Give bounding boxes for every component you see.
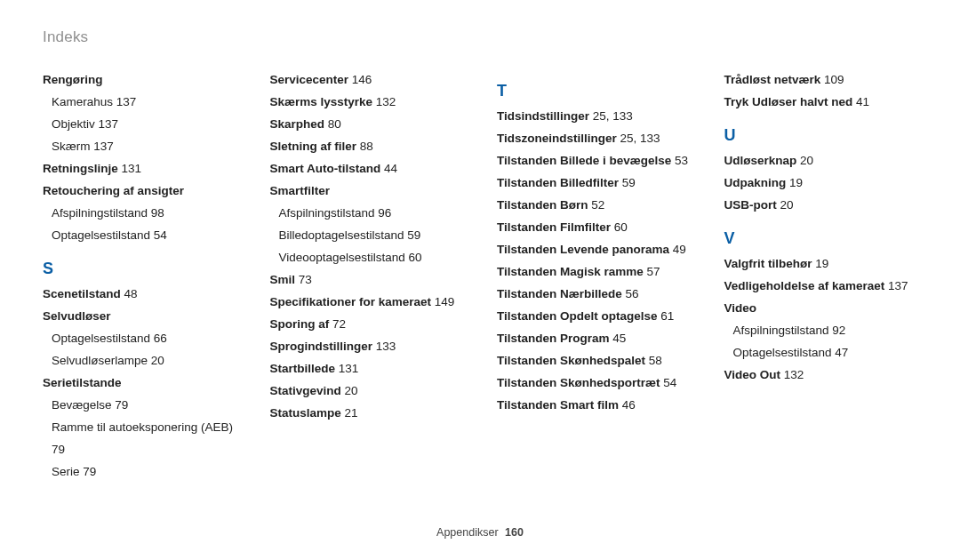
index-subentry[interactable]: Serie 79 (43, 461, 236, 484)
index-heading: Rengøring (43, 69, 236, 92)
index-entry[interactable]: Smil 73 (270, 269, 464, 292)
page-ref: 137 (93, 140, 114, 153)
index-entry[interactable]: Skærms lysstyrke 132 (270, 92, 464, 114)
page-ref: 109 (824, 73, 844, 86)
footer-page-number: 160 (501, 526, 524, 539)
page-ref: 56 (626, 287, 639, 300)
index-entry[interactable]: Tidszoneindstillinger 25, 133 (497, 128, 691, 150)
column-3: TTidsindstillinger 25, 133Tidszoneindsti… (497, 69, 691, 484)
index-entry[interactable]: Tilstanden Opdelt optagelse 61 (497, 306, 691, 328)
index-subentry[interactable]: Billedoptagelsestilstand 59 (270, 225, 464, 247)
index-entry[interactable]: Tilstanden Magisk ramme 57 (497, 261, 691, 284)
index-entry[interactable]: Tilstanden Nærbillede 56 (497, 284, 691, 306)
index-subentry[interactable]: Optagelsestilstand 66 (43, 328, 236, 350)
index-entry[interactable]: Trådløst netværk 109 (724, 69, 918, 92)
page-ref: 137 (888, 279, 908, 292)
index-heading: Retouchering af ansigter (43, 180, 236, 203)
index-entry[interactable]: Retningslinje 131 (43, 158, 236, 180)
section-letter: S (43, 254, 236, 284)
index-subentry[interactable]: Skærm 137 (43, 136, 236, 158)
column-1: RengøringKamerahus 137Objektiv 137Skærm … (43, 69, 236, 484)
page-ref: 58 (649, 354, 662, 367)
index-entry[interactable]: USB-port 20 (724, 195, 918, 217)
index-subentry[interactable]: Afspilningstilstand 92 (724, 320, 918, 342)
index-subentry[interactable]: Ramme til autoeksponering (AEB) 79 (43, 417, 236, 461)
index-heading: Smartfilter (270, 180, 464, 203)
page-ref: 133 (376, 340, 396, 353)
index-entry[interactable]: Tilstanden Skønhedsportræt 54 (497, 372, 691, 395)
index-entry[interactable]: Servicecenter 146 (270, 69, 464, 92)
page-ref: 20 (780, 198, 794, 212)
index-entry[interactable]: Tilstanden Filmfilter 60 (497, 217, 691, 239)
index-entry[interactable]: Sletning af filer 88 (270, 136, 464, 158)
page-ref: 45 (612, 332, 626, 345)
page-ref: 19 (815, 257, 828, 270)
column-4: Trådløst netværk 109Tryk Udløser halvt n… (724, 69, 918, 484)
page-ref: 20 (151, 354, 164, 367)
page-ref: 146 (352, 73, 372, 86)
page-ref: 92 (832, 324, 845, 337)
page-ref: 53 (675, 154, 688, 167)
index-page: Indeks RengøringKamerahus 137Objektiv 13… (0, 0, 960, 560)
index-entry[interactable]: Tryk Udløser halvt ned 41 (724, 92, 918, 114)
index-entry[interactable]: Tilstanden Levende panorama 49 (497, 239, 691, 261)
index-subentry[interactable]: Kamerahus 137 (43, 92, 236, 114)
index-subentry[interactable]: Selvudløserlampe 20 (43, 350, 236, 372)
page-ref: 44 (384, 162, 397, 175)
index-heading: Video (724, 298, 918, 320)
index-entry[interactable]: Tilstanden Skønhedspalet 58 (497, 350, 691, 372)
page-ref: 61 (660, 309, 674, 323)
index-subentry[interactable]: Afspilningstilstand 98 (43, 203, 236, 225)
index-subentry[interactable]: Afspilningstilstand 96 (270, 203, 464, 225)
index-entry[interactable]: Tidsindstillinger 25, 133 (497, 106, 691, 128)
index-heading: Serietilstande (43, 372, 236, 395)
page-ref: 66 (154, 332, 167, 345)
index-entry[interactable]: Tilstanden Billede i bevægelse 53 (497, 150, 691, 172)
page-ref: 25, 133 (593, 109, 633, 123)
page-ref: 54 (154, 228, 167, 242)
index-entry[interactable]: Vedligeholdelse af kameraet 137 (724, 276, 918, 298)
page-ref: 132 (784, 368, 804, 381)
index-entry[interactable]: Udpakning 19 (724, 172, 918, 195)
page-ref: 96 (378, 206, 391, 220)
index-entry[interactable]: Tilstanden Program 45 (497, 328, 691, 350)
page-ref: 59 (407, 228, 420, 242)
index-entry[interactable]: Video Out 132 (724, 364, 918, 387)
page-ref: 41 (856, 95, 869, 108)
page-ref: 52 (591, 198, 604, 212)
section-letter: V (724, 224, 918, 253)
page-ref: 20 (800, 154, 813, 167)
index-entry[interactable]: Statuslampe 21 (270, 403, 464, 425)
page-ref: 131 (339, 362, 359, 375)
index-subentry[interactable]: Videooptagelsestilstand 60 (270, 247, 464, 269)
index-entry[interactable]: Smart Auto-tilstand 44 (270, 158, 464, 180)
index-entry[interactable]: Scenetilstand 48 (43, 284, 236, 306)
index-entry[interactable]: Skarphed 80 (270, 114, 464, 136)
index-entry[interactable]: Stativgevind 20 (270, 380, 464, 403)
index-entry[interactable]: Tilstanden Børn 52 (497, 195, 691, 217)
index-entry[interactable]: Udløserknap 20 (724, 150, 918, 172)
column-2: Servicecenter 146Skærms lysstyrke 132Ska… (270, 69, 464, 484)
index-subentry[interactable]: Bevægelse 79 (43, 395, 236, 417)
page-ref: 59 (622, 176, 636, 189)
section-letter: U (724, 121, 918, 150)
index-entry[interactable]: Valgfrit tilbehør 19 (724, 253, 918, 276)
page-ref: 149 (435, 295, 455, 308)
page-ref: 49 (673, 243, 686, 256)
index-entry[interactable]: Tilstanden Smart film 46 (497, 395, 691, 417)
index-subentry[interactable]: Objektiv 137 (43, 114, 236, 136)
index-subentry[interactable]: Optagelsestilstand 47 (724, 342, 918, 364)
page-ref: 79 (83, 465, 96, 478)
section-letter: T (497, 76, 691, 106)
index-entry[interactable]: Tilstanden Billedfilter 59 (497, 172, 691, 195)
page-ref: 60 (614, 220, 628, 234)
index-entry[interactable]: Specifikationer for kameraet 149 (270, 292, 464, 314)
page-footer: Appendikser 160 (0, 526, 960, 539)
page-ref: 47 (835, 346, 848, 359)
index-entry[interactable]: Sporing af 72 (270, 314, 464, 336)
page-ref: 137 (99, 117, 119, 131)
index-entry[interactable]: Startbillede 131 (270, 358, 464, 380)
index-entry[interactable]: Sprogindstillinger 133 (270, 336, 464, 358)
page-ref: 72 (332, 317, 346, 331)
index-subentry[interactable]: Optagelsestilstand 54 (43, 225, 236, 247)
